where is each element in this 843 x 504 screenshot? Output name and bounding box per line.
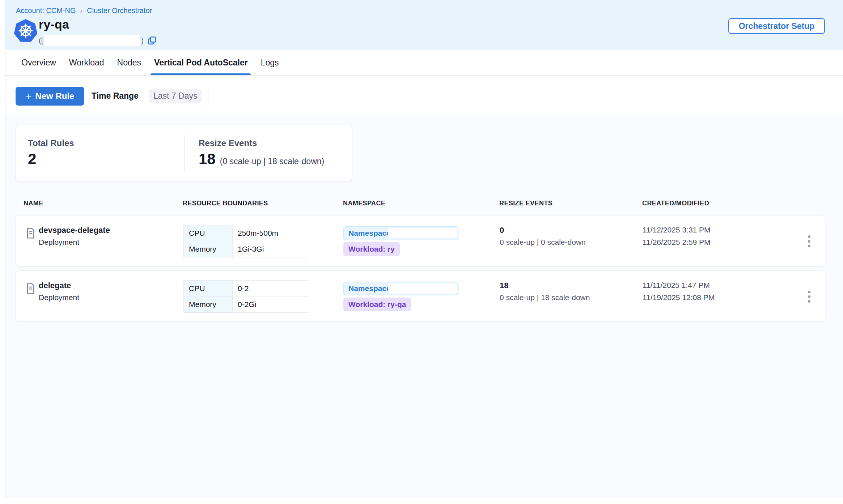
tab-overview[interactable]: Overview [21,50,56,75]
resize-events-stat: Resize Events 18 (0 scale-up | 18 scale-… [199,138,324,168]
cluster-id-suffix: ) [141,37,144,45]
rule-document-icon [25,227,36,239]
cpu-label: CPU [184,281,233,296]
page-title: ry-qa [39,17,69,31]
total-rules-label: Total Rules [28,138,74,148]
resize-events-count: 0 [500,226,504,235]
cpu-boundary-value: 0-2 [233,281,309,296]
memory-label: Memory [184,296,233,312]
memory-label: Memory [184,241,233,257]
breadcrumb-account-link[interactable]: Account: CCM-NG [16,7,76,15]
tab-logs[interactable]: Logs [261,50,279,75]
toolbar: + New Rule Time Range Last 7 Days [5,76,843,114]
cluster-id-prefix: ([ [39,37,43,45]
workload-badge: Workload: ry-qa [343,298,411,311]
modified-timestamp: 11/19/2025 12:08 PM [643,293,715,302]
kubernetes-icon [14,19,37,42]
orchestrator-setup-button[interactable]: Orchestrator Setup [728,18,825,34]
cluster-id-row: ([ ) [39,35,157,46]
summary-card: Total Rules 2 Resize Events 18 (0 scale-… [16,125,352,181]
tab-vertical-pod-autoscaler[interactable]: Vertical Pod AutoScaler [154,50,248,75]
rule-kind: Deployment [39,293,79,302]
page-header: Account: CCM-NG › Cluster Orchestrator r… [5,0,843,50]
active-tab-underline [151,73,251,75]
namespace-redacted-value [388,228,457,238]
time-range-filter[interactable]: Time Range Last 7 Days [85,86,208,106]
page-canvas: Account: CCM-NG › Cluster Orchestrator r… [0,0,843,504]
breadcrumb-cluster-orchestrator-link[interactable]: Cluster Orchestrator [87,7,152,15]
kebab-icon [808,235,810,238]
row-actions-menu-button[interactable] [802,286,816,307]
resource-boundaries-table: CPU 250m-500m Memory 1Gi-3Gi [183,225,308,257]
table-row[interactable]: devspace-delegate Deployment CPU 250m-50… [16,215,825,266]
copy-icon[interactable] [147,36,157,45]
time-range-label: Time Range [92,91,139,101]
namespace-badge: Namespace: l [343,282,458,295]
row-actions-menu-button[interactable] [802,231,816,252]
resize-events-breakdown: 0 scale-up | 0 scale-down [500,238,586,247]
cluster-id-redacted-value [45,35,140,46]
tab-nodes[interactable]: Nodes [117,50,141,75]
memory-boundary-value: 0-2Gi [233,296,309,312]
resize-events-count: 18 [500,281,508,290]
tab-vertical-pod-autoscaler-label: Vertical Pod AutoScaler [154,58,248,68]
cluster-orchestrator-page: Account: CCM-NG › Cluster Orchestrator r… [5,0,843,498]
time-range-value: Last 7 Days [149,89,202,103]
tab-workload[interactable]: Workload [69,50,104,75]
total-rules-value: 2 [28,150,74,168]
cpu-label: CPU [184,225,233,241]
breadcrumb-chevron-icon: › [80,7,83,15]
resize-events-label: Resize Events [199,138,324,148]
resize-events-breakdown: 0 scale-up | 18 scale-down [500,293,590,302]
table-row[interactable]: delegate Deployment CPU 0-2 Memory 0-2Gi… [16,270,825,322]
column-header-resize-events: RESIZE EVENTS [499,200,552,207]
breadcrumb: Account: CCM-NG › Cluster Orchestrator [16,7,152,15]
cpu-boundary-value: 250m-500m [233,225,309,241]
rule-name: devspace-delegate [39,226,110,235]
column-header-resource-boundaries: RESOURCE BOUNDARIES [183,200,268,207]
modified-timestamp: 11/26/2025 2:59 PM [643,238,711,247]
table-header-row: NAME RESOURCE BOUNDARIES NAMESPACE RESIZ… [5,200,843,210]
rule-name: delegate [39,281,71,290]
namespace-redacted-value [388,283,457,294]
rule-kind: Deployment [39,238,79,247]
column-header-created-modified: CREATED/MODIFIED [642,200,709,207]
memory-boundary-value: 1Gi-3Gi [233,241,309,257]
plus-icon: + [26,91,31,101]
time-range-divider [144,91,144,102]
new-rule-button-label: New Rule [35,91,74,101]
stat-divider [185,135,185,171]
column-header-namespace: NAMESPACE [343,200,385,207]
total-rules-stat: Total Rules 2 [28,138,74,168]
rule-document-icon [25,283,36,294]
created-timestamp: 11/11/2025 1:47 PM [643,281,710,290]
resource-boundaries-table: CPU 0-2 Memory 0-2Gi [183,280,308,313]
tab-bar: Overview Workload Nodes Vertical Pod Aut… [5,50,843,76]
created-timestamp: 11/12/2025 3:31 PM [643,226,711,234]
new-rule-button[interactable]: + New Rule [16,87,84,106]
workload-badge: Workload: ry [343,242,400,256]
column-header-name: NAME [24,200,43,207]
resize-events-detail: (0 scale-up | 18 scale-down) [220,157,325,166]
resize-events-value: 18 [199,150,216,168]
namespace-badge: Namespace: l [343,226,458,240]
kebab-icon [808,291,810,293]
